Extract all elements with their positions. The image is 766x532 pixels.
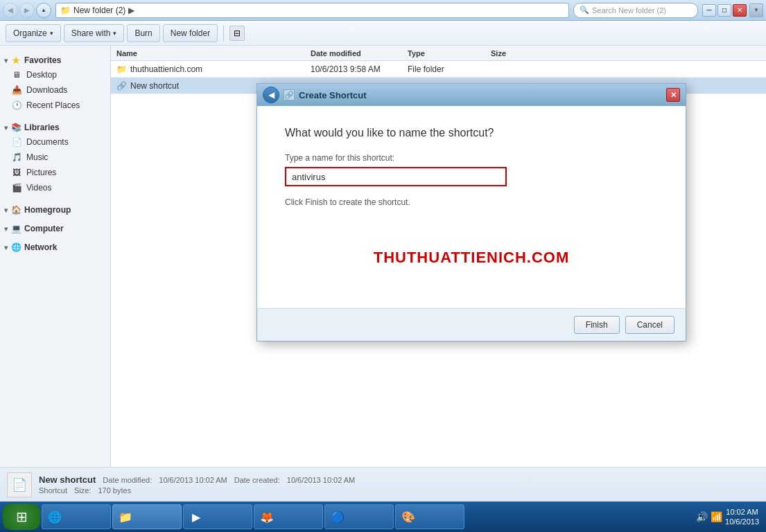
create-shortcut-dialog: ◀ 🔗 Create Shortcut ✕ What would you lik… [256,83,686,342]
downloads-label: Downloads [26,85,67,95]
desktop-label: Desktop [26,70,57,80]
desktop-icon: 🖥 [11,69,22,80]
toolbar: Organize ▾ Share with ▾ Burn New folder … [0,21,766,46]
status-modified-value: 10/6/2013 10:02 AM [159,476,227,484]
share-button[interactable]: Share with ▾ [64,24,125,42]
maximize-button[interactable]: □ [717,4,731,17]
file-modified-0: 10/6/2013 9:58 AM [308,64,405,74]
pictures-icon: 🖼 [11,167,22,178]
documents-label: Documents [26,137,69,147]
dialog-input-label: Type a name for this shortcut: [285,153,658,163]
taskbar-item-paint[interactable]: 🎨 [395,504,464,529]
libraries-section[interactable]: ▾ 📚 Libraries [0,118,110,134]
col-type-header[interactable]: Type [405,49,488,57]
computer-expand-icon: ▾ [4,225,8,233]
finish-button[interactable]: Finish [574,316,620,334]
favorites-star-icon: ★ [10,55,21,66]
nav-buttons: ◀ ▶ ▲ [3,3,51,18]
dialog-input-wrapper [285,167,658,186]
shortcut-name-input[interactable] [285,167,507,186]
file-type-0: File folder [405,64,488,74]
dialog-heading: What would you like to name the shortcut… [285,127,658,139]
status-size-value: 170 bytes [98,486,131,495]
taskbar-item-firefox[interactable]: 🦊 [254,504,323,529]
computer-icon: 💻 [10,223,21,234]
search-placeholder: Search New folder (2) [592,6,666,15]
sidebar: ▾ ★ Favorites 🖥 Desktop 📥 Downloads 🕐 Re… [0,46,111,467]
organize-button[interactable]: Organize ▾ [6,24,61,42]
music-label: Music [26,152,48,162]
status-filename: New shortcut [39,475,96,485]
chrome-icon: 🔵 [331,510,345,524]
search-bar[interactable]: 🔍 Search New folder (2) [573,3,698,18]
ie-icon: 🌐 [48,510,62,524]
toolbar-divider [223,25,224,42]
status-info: New shortcut Date modified: 10/6/2013 10… [39,475,355,495]
status-created-label: Date created: [234,476,280,484]
sidebar-item-videos[interactable]: 🎬 Videos [0,180,110,195]
documents-icon: 📄 [11,136,22,148]
taskbar-item-chrome[interactable]: 🔵 [324,504,394,529]
start-button[interactable]: ⊞ [3,504,40,530]
sidebar-item-documents[interactable]: 📄 Documents [0,134,110,150]
homegroup-icon: 🏠 [10,204,21,215]
col-modified-header[interactable]: Date modified [308,49,405,57]
firefox-icon: 🦊 [260,510,274,524]
sidebar-item-pictures[interactable]: 🖼 Pictures [0,165,110,180]
start-icon: ⊞ [16,508,28,525]
status-modified-label: Date modified: [103,476,152,484]
cancel-button[interactable]: Cancel [625,316,674,334]
network-icon: 🌐 [10,242,21,253]
homegroup-label: Homegroup [24,205,71,215]
burn-label: Burn [134,28,152,38]
computer-section[interactable]: ▾ 💻 Computer [0,220,110,236]
favorites-expand-icon: ▾ [4,57,8,64]
sidebar-item-desktop[interactable]: 🖥 Desktop [0,67,110,82]
file-list-header: Name Date modified Type Size [111,46,766,61]
dialog-back-button[interactable]: ◀ [263,87,279,103]
status-file-icon: 📄 [7,472,32,497]
dialog-footer: Finish Cancel [257,308,686,341]
file-name-text-1: New shortcut [130,81,179,91]
dropdown-arrow[interactable]: ▼ [749,3,763,17]
view-button[interactable]: ⊟ [229,26,245,41]
share-label: Share with [71,28,111,38]
taskbar-item-ie[interactable]: 🌐 [42,504,111,529]
dialog-hint: Click Finish to create the shortcut. [285,197,658,207]
file-row-0[interactable]: 📁 thuthuattienich.com 10/6/2013 9:58 AM … [111,61,766,78]
col-name-header[interactable]: Name [114,49,308,57]
taskbar-item-wmp[interactable]: ▶ [183,504,252,529]
libraries-label: Libraries [24,123,60,132]
title-bar: ◀ ▶ ▲ 📁 New folder (2) ▶ 🔍 Search New fo… [0,0,766,21]
sidebar-item-recent[interactable]: 🕐 Recent Places [0,98,110,113]
network-expand-icon: ▾ [4,244,8,251]
forward-button[interactable]: ▶ [19,3,35,18]
clock-date: 10/6/2013 [725,517,759,526]
col-size-header[interactable]: Size [488,49,543,57]
dialog-titlebar: ◀ 🔗 Create Shortcut ✕ [257,84,686,106]
paint-icon: 🎨 [401,510,415,524]
close-button[interactable]: ✕ [733,4,747,17]
homegroup-section[interactable]: ▾ 🏠 Homegroup [0,201,110,217]
view-icon: ⊟ [234,28,241,38]
minimize-button[interactable]: ─ [702,4,716,17]
network-section[interactable]: ▾ 🌐 Network [0,238,110,254]
new-folder-button[interactable]: New folder [163,24,218,42]
back-button[interactable]: ◀ [3,3,18,18]
videos-icon: 🎬 [11,182,22,193]
dialog-close-icon: ✕ [670,91,677,100]
burn-button[interactable]: Burn [127,24,159,42]
sidebar-item-music[interactable]: 🎵 Music [0,150,110,165]
status-created-value: 10/6/2013 10:02 AM [287,476,355,484]
organize-label: Organize [13,28,47,38]
dialog-close-button[interactable]: ✕ [666,88,680,102]
sidebar-item-downloads[interactable]: 📥 Downloads [0,82,110,98]
explorer-icon: 📁 [119,510,132,524]
favorites-section[interactable]: ▾ ★ Favorites [0,51,110,67]
videos-label: Videos [26,183,51,193]
taskbar-item-explorer[interactable]: 📁 [112,504,182,529]
up-button[interactable]: ▲ [36,3,51,18]
dialog-watermark: THUTHUATTIENICH.COM [285,207,658,294]
clock-time: 10:02 AM [725,507,759,517]
breadcrumb-text: New folder (2) [73,6,125,15]
